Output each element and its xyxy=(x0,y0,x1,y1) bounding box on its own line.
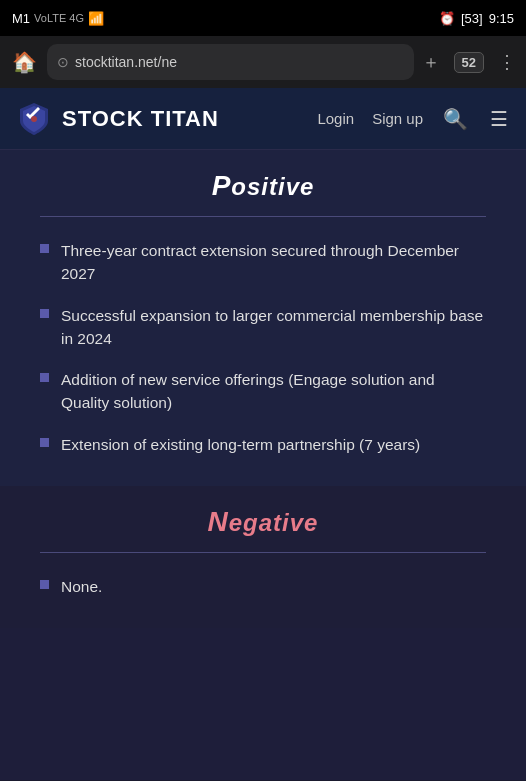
status-right: ⏰ [53] 9:15 xyxy=(439,11,514,26)
url-bar[interactable]: ⊙ stocktitan.net/ne xyxy=(47,44,414,80)
search-button[interactable]: 🔍 xyxy=(441,105,470,133)
bullet-item: None. xyxy=(40,575,486,598)
bullet-item: Addition of new service offerings (Engag… xyxy=(40,368,486,415)
menu-button[interactable]: ⋮ xyxy=(498,51,516,73)
signup-button[interactable]: Sign up xyxy=(372,110,423,127)
carrier-label: M1 xyxy=(12,11,30,26)
logo-icon xyxy=(16,101,52,137)
svg-point-0 xyxy=(31,116,37,122)
bullet-text: Successful expansion to larger commercia… xyxy=(61,304,486,351)
negative-bullet-list: None. xyxy=(40,575,486,598)
positive-title: Positive xyxy=(40,170,486,202)
negative-title: Negative xyxy=(40,506,486,538)
battery-label: [53] xyxy=(461,11,483,26)
positive-section: Positive Three-year contract extension s… xyxy=(0,150,526,486)
bullet-text: Three-year contract extension secured th… xyxy=(61,239,486,286)
status-left: M1 VoLTE 4G 📶 xyxy=(12,11,104,26)
negative-divider xyxy=(40,552,486,553)
positive-divider xyxy=(40,216,486,217)
network-type-label: VoLTE 4G xyxy=(34,12,84,24)
alarm-icon: ⏰ xyxy=(439,11,455,26)
bullet-text: Addition of new service offerings (Engag… xyxy=(61,368,486,415)
status-bar: M1 VoLTE 4G 📶 ⏰ [53] 9:15 xyxy=(0,0,526,36)
nav-logo-text: STOCK TITAN xyxy=(62,106,219,132)
new-tab-button[interactable]: ＋ xyxy=(422,50,440,74)
nav-logo: STOCK TITAN xyxy=(16,101,317,137)
url-text: stocktitan.net/ne xyxy=(75,54,177,70)
home-button[interactable]: 🏠 xyxy=(10,48,39,76)
login-button[interactable]: Login xyxy=(317,110,354,127)
browser-actions: ＋ 52 ⋮ xyxy=(422,50,516,74)
bullet-item: Successful expansion to larger commercia… xyxy=(40,304,486,351)
url-security-icon: ⊙ xyxy=(57,54,69,70)
bullet-text: None. xyxy=(61,575,102,598)
signal-icon: 📶 xyxy=(88,11,104,26)
browser-bar: 🏠 ⊙ stocktitan.net/ne ＋ 52 ⋮ xyxy=(0,36,526,88)
hamburger-menu-button[interactable]: ☰ xyxy=(488,105,510,133)
bullet-text: Extension of existing long-term partners… xyxy=(61,433,420,456)
bullet-item: Three-year contract extension secured th… xyxy=(40,239,486,286)
bullet-square xyxy=(40,580,49,589)
time-label: 9:15 xyxy=(489,11,514,26)
nav-bar: STOCK TITAN Login Sign up 🔍 ☰ xyxy=(0,88,526,150)
tabs-count-badge[interactable]: 52 xyxy=(454,52,484,73)
bullet-square xyxy=(40,309,49,318)
bullet-square xyxy=(40,438,49,447)
positive-bullet-list: Three-year contract extension secured th… xyxy=(40,239,486,456)
bullet-item: Extension of existing long-term partners… xyxy=(40,433,486,456)
negative-section: Negative None. xyxy=(0,486,526,628)
bullet-square xyxy=(40,244,49,253)
nav-links: Login Sign up 🔍 ☰ xyxy=(317,105,510,133)
bullet-square xyxy=(40,373,49,382)
main-content: Positive Three-year contract extension s… xyxy=(0,150,526,780)
